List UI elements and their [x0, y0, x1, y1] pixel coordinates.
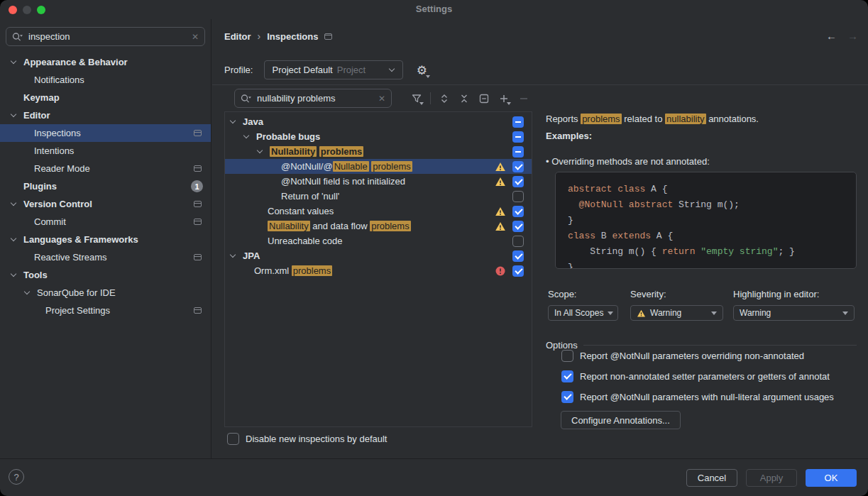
chevron-down-icon[interactable] — [243, 136, 250, 138]
scope-dropdown[interactable]: In All Scopes — [548, 305, 618, 321]
search-icon — [241, 94, 252, 104]
checkbox-checked[interactable] — [512, 161, 524, 172]
breadcrumb-editor[interactable]: Editor — [224, 31, 251, 42]
sidebar-item-plugins[interactable]: Plugins 1 — [0, 177, 211, 195]
sidebar-item-inspections[interactable]: Inspections — [0, 124, 211, 142]
settings-search-field[interactable]: ✕ — [6, 27, 205, 46]
tree-row-constant-values[interactable]: Constant values — [225, 204, 532, 219]
search-icon — [12, 32, 23, 42]
chevron-down-icon[interactable] — [229, 121, 236, 123]
profile-dropdown[interactable]: Project Default Project — [264, 60, 403, 79]
option-report-null-literal[interactable]: Report @NotNull parameters with null-lit… — [561, 391, 834, 403]
disable-new-inspections-label: Disable new inspections by default — [246, 434, 387, 444]
sidebar-item-tools[interactable]: Tools — [0, 266, 211, 284]
plugins-count-badge: 1 — [191, 180, 203, 192]
chevron-down-icon[interactable] — [229, 255, 236, 257]
option-report-setters-getters[interactable]: Report non-annotated setter parameters o… — [561, 370, 830, 382]
checkbox-checked[interactable] — [512, 206, 524, 217]
sidebar-item-notifications[interactable]: Notifications — [0, 71, 211, 89]
breadcrumb-inspections[interactable]: Inspections — [267, 31, 318, 42]
checkbox-indeterminate[interactable] — [512, 146, 524, 158]
in-editor-settings-icon — [324, 33, 332, 40]
tree-row-return-of-null[interactable]: Return of 'null' — [225, 189, 532, 204]
tree-row-java[interactable]: Java — [225, 114, 532, 129]
configure-annotations-button[interactable]: Configure Annotations... — [561, 411, 681, 429]
remove-inspection-button — [517, 92, 530, 105]
breadcrumb-separator: › — [258, 31, 261, 42]
main-panel: Editor › Inspections ← → Profile: Projec… — [212, 19, 868, 458]
checkbox-checked[interactable] — [512, 265, 524, 277]
settings-search-input[interactable] — [28, 31, 187, 42]
disable-inspection-button[interactable] — [478, 92, 490, 105]
chevron-down-icon[interactable] — [10, 114, 17, 116]
tree-row-probable-bugs[interactable]: Probable bugs — [225, 129, 532, 144]
sidebar-item-appearance-behavior[interactable]: Appearance & Behavior — [0, 53, 211, 71]
cancel-button[interactable]: Cancel — [686, 469, 737, 487]
inspections-search-field[interactable]: ✕ — [234, 89, 392, 108]
chevron-down-icon[interactable] — [10, 203, 17, 205]
checkbox-checked[interactable] — [512, 250, 524, 262]
sidebar-item-languages-frameworks[interactable]: Languages & Frameworks — [0, 231, 211, 248]
warning-icon — [495, 161, 506, 172]
window-title: Settings — [0, 0, 868, 18]
tree-row-notnull-field[interactable]: @NotNull field is not initialized — [225, 174, 532, 189]
chevron-down-icon[interactable] — [10, 274, 17, 276]
back-arrow-icon[interactable]: ← — [826, 30, 837, 42]
option-report-overriding[interactable]: Report @NotNull parameters overriding no… — [561, 350, 804, 362]
examples-label: Examples: — [546, 131, 592, 141]
add-inspection-button[interactable] — [498, 92, 510, 105]
zoom-button[interactable] — [37, 6, 45, 14]
sidebar-item-keymap[interactable]: Keymap — [0, 89, 211, 106]
chevron-down-icon[interactable] — [23, 292, 31, 294]
checkbox-checked[interactable] — [561, 370, 573, 382]
dropdown-corner-icon — [507, 102, 511, 105]
tree-row-orm-xml-problems[interactable]: Orm.xml problems — [225, 263, 532, 278]
sidebar-item-sonarqube[interactable]: SonarQube for IDE — [0, 284, 211, 302]
scope-label: Scope: — [548, 289, 576, 299]
checkbox-checked[interactable] — [512, 221, 524, 232]
options-section-header: Options — [546, 340, 857, 351]
profile-settings-gear-button[interactable]: ⚙ — [414, 62, 429, 78]
chevron-down-icon[interactable] — [10, 61, 17, 63]
checkbox-indeterminate[interactable] — [512, 131, 524, 143]
tree-row-unreachable-code[interactable]: Unreachable code — [225, 233, 532, 248]
chevron-down-icon[interactable] — [256, 150, 263, 153]
tree-row-nullability-problems-group[interactable]: Nullability problems — [225, 144, 532, 159]
sidebar-item-version-control[interactable]: Version Control — [0, 195, 211, 213]
severity-label: Severity: — [630, 289, 666, 299]
chevron-down-icon[interactable] — [10, 238, 17, 241]
clear-search-icon[interactable]: ✕ — [378, 94, 385, 104]
sidebar-item-commit[interactable]: Commit — [0, 213, 211, 231]
ok-button[interactable]: OK — [806, 469, 857, 487]
checkbox-unchecked[interactable] — [227, 433, 239, 445]
in-editor-settings-icon — [194, 219, 202, 225]
checkbox-unchecked[interactable] — [512, 236, 524, 247]
clear-search-icon[interactable]: ✕ — [192, 32, 199, 42]
severity-dropdown[interactable]: Warning — [630, 305, 723, 321]
in-editor-settings-icon — [194, 201, 202, 207]
sidebar-item-project-settings[interactable]: Project Settings — [0, 302, 211, 319]
collapse-all-button[interactable] — [458, 92, 471, 105]
tree-row-jpa[interactable]: JPA — [225, 248, 532, 263]
disable-new-inspections-row[interactable]: Disable new inspections by default — [227, 433, 387, 445]
inspections-search-input[interactable] — [257, 93, 373, 104]
highlighting-dropdown[interactable]: Warning — [733, 305, 855, 321]
chevron-down-icon — [388, 69, 395, 71]
checkbox-checked[interactable] — [512, 176, 524, 187]
filter-button[interactable] — [410, 92, 423, 105]
checkbox-indeterminate[interactable] — [512, 116, 524, 128]
checkbox-unchecked[interactable] — [561, 350, 573, 362]
checkbox-unchecked[interactable] — [512, 191, 524, 202]
minimize-button[interactable] — [23, 6, 31, 14]
sidebar-item-reader-mode[interactable]: Reader Mode — [0, 160, 211, 177]
sidebar-item-reactive-streams[interactable]: Reactive Streams — [0, 248, 211, 266]
close-button[interactable] — [9, 6, 17, 14]
checkbox-checked[interactable] — [561, 391, 573, 403]
apply-button: Apply — [746, 469, 797, 487]
sidebar-item-editor[interactable]: Editor — [0, 106, 211, 124]
expand-all-button[interactable] — [438, 92, 451, 105]
help-button[interactable]: ? — [9, 469, 24, 485]
tree-row-notnull-nullable-problems[interactable]: @NotNull/@Nullable problems — [225, 159, 532, 174]
tree-row-nullability-data-flow[interactable]: Nullability and data flow problems — [225, 219, 532, 233]
sidebar-item-intentions[interactable]: Intentions — [0, 142, 211, 160]
